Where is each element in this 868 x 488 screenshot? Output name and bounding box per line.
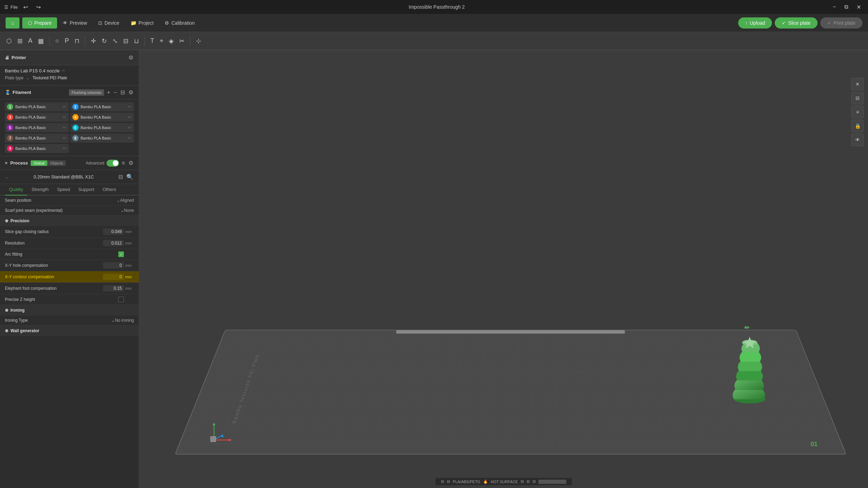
tab-support[interactable]: Support [74,184,98,195]
calibration-tab[interactable]: ⚙ Calibration [159,17,200,29]
vp-layout-button[interactable]: ⊟ [851,92,864,104]
filament-num-2: 2 [72,104,79,110]
filament-edit-8[interactable]: ✏ [127,135,132,141]
filament-num-5: 5 [7,125,13,131]
home-button[interactable]: ⌂ [6,17,19,29]
toolbar-scale-btn[interactable]: ⤡ [110,35,120,47]
filament-copy-button[interactable]: ⊟ [120,88,126,96]
toolbar-rotate-btn[interactable]: ↻ [100,35,109,47]
toolbar-paint-btn[interactable]: ⌖ [158,35,165,47]
process-right: Advanced ≡ ⚙ [86,159,134,167]
toolbar-move-btn[interactable]: ○ [53,35,61,47]
preview-tab[interactable]: 👁 Preview [57,17,93,29]
vp-list-button[interactable]: ≡ [851,106,864,118]
profile-copy-button[interactable]: ⊟ [118,173,124,181]
tab-others[interactable]: Others [98,184,120,195]
tab-speed[interactable]: Speed [53,184,74,195]
filament-edit-4[interactable]: ✏ [127,114,132,120]
maximize-button[interactable]: ⧉ [842,2,851,11]
tab-objects[interactable]: Objects [47,160,66,166]
viewport[interactable]: Bambu Textured PEI Plate [139,50,868,488]
toolbar-flatten-btn[interactable]: ⊓ [72,35,81,47]
profile-search-button[interactable]: 🔍 [126,173,134,181]
add-filament-button[interactable]: + [106,89,111,96]
seam-position-value[interactable]: Aligned [120,198,134,203]
toolbar-perspective-btn[interactable]: ⬡ [4,35,14,47]
filament-edit-2[interactable]: ✏ [127,104,132,110]
seam-position-row: Seam position ⌄ Aligned [0,195,139,206]
profile-name: 0.20mm Standard @BBL X1C [33,174,94,179]
minimize-button[interactable]: − [830,2,839,11]
xy-hole-value[interactable]: 0 [103,262,124,269]
ironing-type-value[interactable]: No ironing [115,318,134,323]
toolbar-translate-btn[interactable]: ✛ [89,35,98,47]
elephant-foot-value[interactable]: 0.15 [103,285,124,291]
advanced-toggle[interactable] [106,160,119,167]
file-menu[interactable]: ☰ File [4,5,18,10]
tab-strength[interactable]: Strength [27,184,53,195]
arc-fitting-checkbox[interactable]: ✓ [118,251,124,257]
precision-header: ⊕ Precision [0,216,139,226]
toolbar-slice-btn[interactable]: ▦ [36,35,46,47]
filament-num-4: 4 [72,114,79,120]
toolbar-assembly-btn[interactable]: ⊹ [194,35,203,47]
toolbar-color-btn[interactable]: ◈ [167,35,176,47]
filament-num-6: 6 [72,125,79,131]
printer-settings-button[interactable]: ⚙ [128,54,134,62]
printer-section-title: 🖨 Printer [5,55,26,60]
status-bar-progress [538,480,566,484]
filament-item-7: 7 Bambu PLA Basic ✏ [5,134,69,143]
filament-edit-9[interactable]: ✏ [62,145,67,152]
toolbar-auto-btn[interactable]: A [26,35,34,47]
toolbar-mirror-btn[interactable]: ⊟ [121,35,131,47]
toolbar-cut-btn[interactable]: ✂ [177,35,187,47]
tab-global[interactable]: Global [31,160,47,166]
arc-fitting-checkbox-cell: ✓ [118,251,124,257]
resolution-value[interactable]: 0.012 [103,240,124,246]
tab-quality[interactable]: Quality [5,184,27,195]
slice-plate-button[interactable]: ✓ Slice plate [775,17,818,29]
filament-edit-6[interactable]: ✏ [127,125,132,131]
flushing-volumes-button[interactable]: Flushing volumes [69,89,104,96]
toolbar-support-btn[interactable]: ⊔ [132,35,141,47]
vp-close-button[interactable]: ✕ [851,78,864,90]
plate-top-bar [396,330,625,334]
wall-generator-icon: ⊕ [5,328,8,333]
project-tab[interactable]: 📁 Project [125,17,159,29]
upload-button[interactable]: ↑ Upload [738,17,772,29]
plate-type-label: Plate type [5,75,23,80]
remove-filament-button[interactable]: − [113,89,118,96]
vp-eye-button[interactable]: 👁 [851,134,864,146]
toolbar-grid-btn[interactable]: ⊞ [15,35,25,47]
print-plate-button[interactable]: ✓ Print plate [820,17,862,29]
close-button[interactable]: ✕ [854,2,864,12]
process-settings-btn[interactable]: ⚙ [128,159,134,167]
filament-settings-button[interactable]: ⚙ [128,88,134,96]
filament-grid: 1 Bambu PLA Basic ✏ 2 Bambu PLA Basic ✏ … [0,99,139,156]
printer-edit-button[interactable]: ✏ [62,69,65,73]
status-icon1: ⊟ [521,479,524,484]
toolbar-shape-btn[interactable]: P [63,35,71,47]
prepare-tab[interactable]: ⬡ Prepare [22,17,57,29]
filament-edit-5[interactable]: ✏ [62,125,67,131]
precise-z-checkbox[interactable] [118,297,124,302]
filament-edit-7[interactable]: ✏ [62,135,67,141]
filament-edit-1[interactable]: ✏ [62,104,67,110]
filament-item-6: 6 Bambu PLA Basic ✏ [70,123,134,132]
vp-lock-button[interactable]: 🔒 [851,120,864,132]
edit-pencil-icon: ✏ [744,324,750,331]
filament-num-8: 8 [72,135,79,141]
redo-button[interactable]: ↪ [33,2,44,12]
calibration-icon: ⚙ [165,20,169,26]
device-tab[interactable]: ⊡ Device [93,17,125,29]
process-list-btn[interactable]: ≡ [121,159,126,167]
slice-gap-value[interactable]: 0.049 [103,229,124,235]
precision-icon: ⊕ [5,218,8,223]
filament-edit-3[interactable]: ✏ [62,114,67,120]
scarf-joint-label: Scarf joint seam (experimental) [5,208,120,213]
scarf-joint-value[interactable]: None [124,208,134,213]
toolbar-text-btn[interactable]: T [148,35,156,47]
undo-button[interactable]: ↩ [21,2,31,12]
xy-contour-value[interactable]: 0 [103,274,124,280]
printer-icon: 🖨 [5,55,9,60]
